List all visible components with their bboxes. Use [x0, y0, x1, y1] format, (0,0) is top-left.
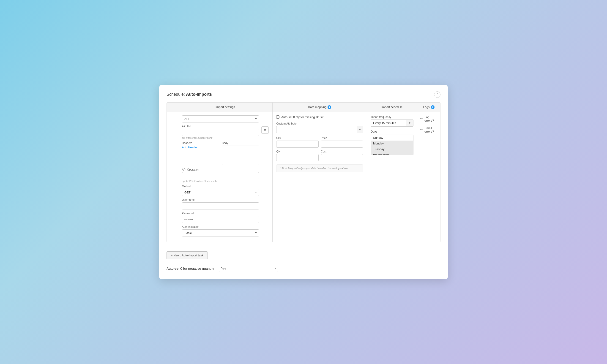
api-operation-label: API Operation [182, 168, 259, 171]
qty-label: Qty [276, 150, 319, 153]
freq-dropdown-btn[interactable]: ▼ [406, 119, 413, 127]
body-textarea[interactable] [222, 146, 259, 165]
sku-field: Sku sku [276, 136, 319, 148]
import-settings-cell: API FTP CSV ▼ API Url https://api.suppli… [178, 112, 273, 242]
table-row: API FTP CSV ▼ API Url https://api.suppli… [167, 112, 440, 242]
auth-select-wrapper: Basic Bearer None ▼ [182, 229, 259, 236]
settings-content: API FTP CSV ▼ API Url https://api.suppli… [182, 115, 259, 239]
day-tuesday[interactable]: Tuesday [371, 146, 413, 152]
body-label: Body [222, 142, 259, 145]
custom-attr-section: Custom Attribute ▼ [276, 122, 363, 133]
import-schedule-cell: Import frequency Every 15 minutes Every … [367, 112, 417, 242]
row-checkbox-cell [167, 112, 178, 242]
delete-row-button[interactable]: 🗑 [261, 126, 269, 134]
body-section: Body [222, 142, 259, 166]
cost-label: Cost [321, 150, 363, 153]
add-header-link[interactable]: Add Header [182, 146, 198, 149]
modal-header: Schedule: Auto-Imports ⌃ [167, 91, 440, 98]
delete-icon: 🗑 [264, 128, 267, 132]
email-errors-row: Email errors? [420, 126, 437, 135]
main-table: Import settings Data mapping i Import sc… [167, 102, 440, 242]
username-input[interactable]: userbob [182, 202, 259, 209]
day-wednesday[interactable]: Wednesday [371, 152, 413, 155]
log-errors-checkbox[interactable] [420, 118, 423, 121]
day-sunday[interactable]: Sunday [371, 135, 413, 141]
row-checkbox[interactable] [171, 117, 174, 120]
email-errors-checkbox[interactable] [420, 129, 423, 132]
logs-info-icon[interactable]: i [431, 105, 435, 109]
col-import-settings: Import settings [178, 103, 273, 112]
day-monday[interactable]: Monday [371, 141, 413, 146]
stockeasy-note: * StockEasy will only import data based … [276, 164, 363, 172]
api-url-input[interactable]: https://api.supplier.cor [182, 129, 259, 136]
method-label: Method [182, 185, 259, 188]
price-input[interactable]: price [321, 141, 363, 148]
auto-set-label: Auto-set 0 qty for missing skus? [281, 115, 323, 119]
col-import-schedule: Import schedule [367, 103, 417, 112]
collapse-button[interactable]: ⌃ [434, 91, 440, 98]
data-mapping-cell: Auto-set 0 qty for missing skus? Custom … [273, 112, 367, 242]
custom-attr-input[interactable] [276, 126, 363, 133]
page-title: Schedule: Auto-Imports [167, 92, 212, 97]
api-url-hint: eg: https://api.supplier.com/ [182, 136, 259, 139]
password-input[interactable] [182, 216, 259, 223]
bottom-section: Auto-set 0 for negative quantity Yes No … [167, 265, 440, 272]
cost-input[interactable]: original_price [321, 154, 363, 161]
table-header: Import settings Data mapping i Import sc… [167, 103, 440, 112]
headers-section: Headers Add Header [182, 142, 219, 163]
logs-cell: Log errors? Email errors? [417, 112, 440, 242]
auto-set-checkbox[interactable] [276, 115, 279, 118]
source-type-wrapper: API FTP CSV ▼ [182, 115, 259, 122]
days-listbox: Sunday Monday Tuesday Wednesday Thursday… [371, 135, 413, 155]
freq-label: Import frequency [371, 115, 413, 118]
freq-row: Every 15 minutes Every 30 minutes Every … [371, 119, 413, 127]
password-label: Password [182, 212, 259, 215]
mapping-grid: Sku sku Price price Qty quantity Cost or… [276, 136, 363, 161]
col-checkbox [167, 103, 178, 112]
api-operation-hint: eg: API/GetProductStockLevels [182, 180, 259, 182]
auto-set-row: Auto-set 0 qty for missing skus? [276, 115, 363, 119]
collapse-icon: ⌃ [436, 93, 439, 96]
email-errors-label: Email errors? [424, 126, 437, 133]
freq-select[interactable]: Every 15 minutes Every 30 minutes Every … [371, 119, 406, 127]
bottom-label: Auto-set 0 for negative quantity [167, 266, 214, 270]
sku-input[interactable]: sku [276, 141, 319, 148]
api-operation-input[interactable]: API/GetProductStockLe [182, 172, 259, 179]
method-select-wrapper: GET POST PUT DELETE ▼ [182, 189, 259, 196]
headers-label: Headers [182, 142, 219, 145]
qty-input[interactable]: quantity [276, 154, 319, 161]
new-task-section: + New : Auto-import task [167, 247, 440, 259]
data-mapping-info-icon[interactable]: i [328, 105, 331, 109]
modal-container: Schedule: Auto-Imports ⌃ Import settings… [159, 85, 448, 279]
custom-attr-label: Custom Attribute [276, 122, 363, 125]
log-errors-row: Log errors? [420, 115, 437, 124]
qty-field: Qty quantity [276, 150, 319, 161]
method-select[interactable]: GET POST PUT DELETE [182, 189, 259, 196]
bottom-select-wrapper: Yes No ▼ [219, 265, 278, 272]
col-data-mapping: Data mapping i [273, 103, 367, 112]
freq-select-wrapper: Every 15 minutes Every 30 minutes Every … [371, 119, 406, 127]
cost-field: Cost original_price [321, 150, 363, 161]
username-label: Username [182, 198, 259, 201]
custom-attr-dropdown-btn[interactable]: ▼ [357, 126, 363, 133]
custom-attr-input-wrapper: ▼ [276, 126, 363, 133]
price-label: Price [321, 136, 363, 140]
days-container: Sunday Monday Tuesday Wednesday Thursday… [371, 135, 413, 155]
auth-label: Authentication [182, 225, 259, 228]
bottom-select[interactable]: Yes No [219, 265, 278, 272]
log-errors-label: Log errors? [424, 115, 437, 122]
price-field: Price price [321, 136, 363, 148]
new-task-button[interactable]: + New : Auto-import task [167, 251, 208, 259]
days-label: Days [371, 130, 413, 133]
col-logs: Logs i [417, 103, 440, 112]
auth-select[interactable]: Basic Bearer None [182, 229, 259, 236]
sku-label: Sku [276, 136, 319, 140]
source-type-select[interactable]: API FTP CSV [182, 115, 259, 122]
api-url-label: API Url [182, 125, 259, 128]
